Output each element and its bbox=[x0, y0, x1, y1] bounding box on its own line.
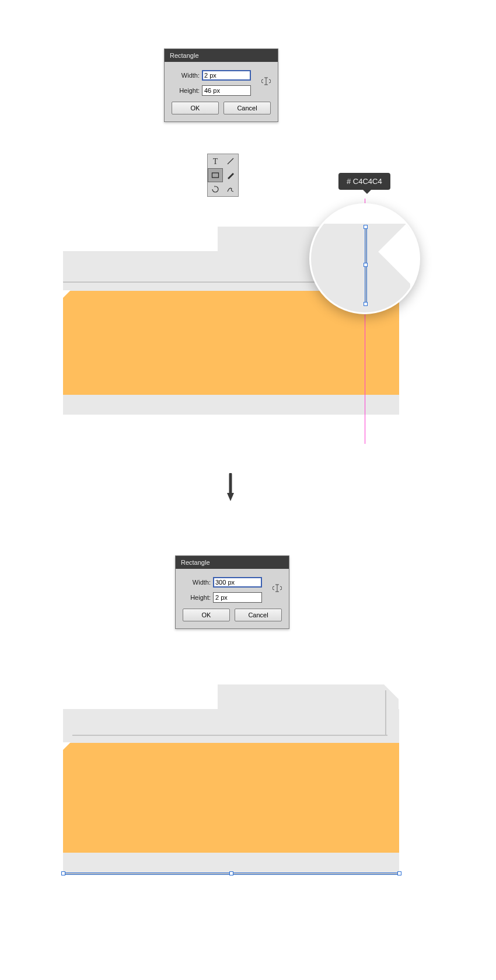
line-icon bbox=[226, 157, 235, 165]
constrain-proportions-icon[interactable] bbox=[273, 584, 282, 592]
width-label: Width: bbox=[172, 72, 200, 79]
type-icon: T bbox=[211, 157, 219, 165]
ok-button[interactable]: OK bbox=[183, 609, 230, 621]
width-input[interactable] bbox=[213, 577, 262, 588]
brush-icon bbox=[226, 171, 235, 179]
dialog-title: Rectangle bbox=[176, 556, 289, 569]
folder-front-bottom bbox=[63, 743, 399, 853]
constrain-proportions-icon[interactable] bbox=[261, 77, 271, 85]
magnifier bbox=[309, 203, 420, 314]
height-label: Height: bbox=[183, 594, 211, 601]
vertical-detail-line bbox=[385, 690, 386, 735]
cancel-button[interactable]: Cancel bbox=[235, 609, 282, 621]
brush-tool[interactable] bbox=[223, 168, 238, 182]
selection-handle[interactable] bbox=[364, 225, 368, 229]
rectangle-tool[interactable] bbox=[208, 168, 223, 182]
tool-palette: T bbox=[207, 154, 239, 197]
color-tooltip: # C4C4C4 bbox=[338, 173, 390, 190]
svg-text:T: T bbox=[213, 157, 218, 165]
pencil-icon bbox=[226, 185, 235, 193]
rectangle-icon bbox=[211, 171, 219, 179]
selection-handle[interactable] bbox=[61, 871, 65, 875]
height-input[interactable] bbox=[202, 85, 251, 96]
selection-handle[interactable] bbox=[364, 302, 368, 306]
selection-handle[interactable] bbox=[397, 871, 401, 875]
height-label: Height: bbox=[172, 87, 200, 94]
type-tool[interactable]: T bbox=[208, 154, 223, 168]
step-arrow-icon bbox=[226, 473, 235, 502]
line-tool[interactable] bbox=[223, 154, 238, 168]
width-input[interactable] bbox=[202, 70, 251, 81]
width-label: Width: bbox=[183, 579, 211, 586]
horizontal-detail-line bbox=[72, 735, 387, 736]
svg-rect-2 bbox=[212, 173, 219, 178]
height-input[interactable] bbox=[213, 592, 262, 603]
svg-line-1 bbox=[228, 158, 233, 164]
selection-handle[interactable] bbox=[364, 263, 368, 267]
freeform-tool[interactable] bbox=[223, 182, 238, 196]
rotate-icon bbox=[211, 185, 219, 193]
selection-handle[interactable] bbox=[229, 871, 233, 875]
dialog-title: Rectangle bbox=[165, 49, 278, 62]
ok-button[interactable]: OK bbox=[172, 102, 219, 114]
cancel-button[interactable]: Cancel bbox=[223, 102, 271, 114]
rectangle-dialog-2: Rectangle Width: Height: OK Cancel bbox=[175, 555, 289, 629]
rotate-tool[interactable] bbox=[208, 182, 223, 196]
rectangle-dialog-1: Rectangle Width: Height: OK Cancel bbox=[164, 48, 278, 122]
